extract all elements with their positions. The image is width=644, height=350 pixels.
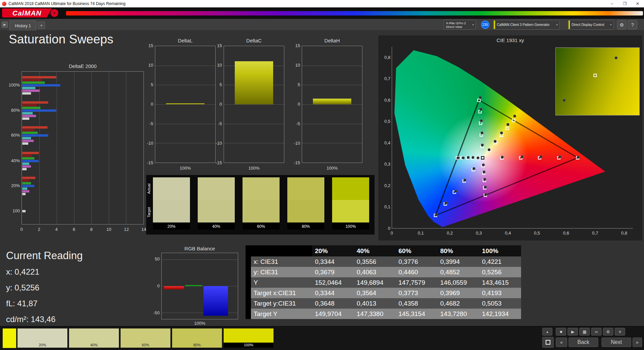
deltaL-gridline xyxy=(155,85,215,85)
cie-measured-marker xyxy=(488,148,491,151)
deltae-gridline xyxy=(91,72,92,224)
reading-fl: fL: 41,87 xyxy=(6,299,83,308)
deltaC-y-tick: -10 xyxy=(210,141,222,146)
deltal-plot-area xyxy=(155,46,216,163)
actual-row-label: Actual xyxy=(147,177,152,201)
deltae-bar xyxy=(22,140,34,142)
cie-inset-marker xyxy=(614,57,617,60)
deltae-bar xyxy=(22,185,34,187)
maximize-button[interactable]: ❐ xyxy=(618,0,631,7)
chevron-down-icon: ▼ xyxy=(471,24,476,26)
control-icon-button[interactable]: ≡ xyxy=(615,328,625,336)
skip-back-icon[interactable]: « xyxy=(556,338,567,347)
deltae-gridline xyxy=(126,72,126,224)
patch-button-40%[interactable]: 40% xyxy=(69,328,119,348)
help-icon[interactable]: ? xyxy=(628,20,637,29)
tab-history-1[interactable]: History 1 xyxy=(9,21,36,31)
control-icon-button[interactable]: ▦ xyxy=(579,328,590,336)
cie-measured-marker xyxy=(577,155,580,159)
display-control-selector[interactable]: Direct Display Control ▼ xyxy=(568,20,614,30)
patch-button-100%[interactable]: 100% xyxy=(224,328,273,348)
rgb-y-tick: 0 xyxy=(149,283,160,288)
brand-bar: CalMAN ▼ xyxy=(0,7,644,19)
deltae-bar-group xyxy=(22,126,48,145)
cie-measured-marker xyxy=(479,96,482,99)
minimize-button[interactable]: – xyxy=(606,0,618,7)
window-titlebar: CalMAN 2018 CalMAN Ultimate for Business… xyxy=(0,0,644,7)
rgb-balance-chart: RGB Balance 100% 500-50 xyxy=(149,246,243,326)
current-reading-panel: Current Reading x: 0,4221 y: 0,5256 fL: … xyxy=(6,250,83,330)
close-button[interactable]: ✕ xyxy=(631,0,644,7)
table-cell-value: 0,3648 xyxy=(312,298,354,309)
meter-status-badge[interactable]: 235 xyxy=(481,21,489,29)
deltaH-y-tick: 15 xyxy=(288,43,300,48)
pattern-generator-selector[interactable]: CalMAN Client 3 Pattern Generator ▼ xyxy=(493,20,560,30)
cie-y-tick: 0,6 xyxy=(379,98,390,103)
reading-x: x: 0,4221 xyxy=(6,267,83,277)
cie-x-tick: 0,2 xyxy=(447,231,453,236)
deltae-bar xyxy=(22,126,47,129)
patch-button-20%[interactable]: 20% xyxy=(18,328,67,348)
table-row-label: Target y:CIE31 xyxy=(251,298,312,309)
swatch-column: 60% xyxy=(243,177,280,230)
table-cell-value: 0,5053 xyxy=(479,298,521,309)
patch-label: 80% xyxy=(172,343,222,347)
deltac-x-label: 100% xyxy=(224,166,284,171)
deltaC-y-tick: -5 xyxy=(210,121,222,126)
skip-forward-icon[interactable]: » xyxy=(633,338,642,347)
deltaC-y-tick: -15 xyxy=(210,160,222,165)
deltae-bar xyxy=(22,187,27,190)
table-column-header: 60% xyxy=(396,245,438,256)
meter-selector[interactable]: X-Rite i1Pro 2 Direct View ▼ xyxy=(444,20,476,30)
table-row-strip xyxy=(246,256,251,267)
cie-measured-marker xyxy=(494,140,497,143)
cie-measured-marker xyxy=(484,193,487,196)
deltaC-y-tick: 10 xyxy=(210,63,222,68)
table-cell-value: 0,3344 xyxy=(312,288,354,298)
patch-button-60%[interactable]: 60% xyxy=(121,328,170,348)
control-icon-button[interactable]: ∞ xyxy=(591,328,602,336)
reading-y: y: 0,5256 xyxy=(6,283,83,292)
control-icon-button[interactable]: ▶ xyxy=(568,328,578,336)
control-icon-button[interactable]: ⚙ xyxy=(603,328,613,336)
pattern-window-button[interactable] xyxy=(542,337,554,348)
actual-swatch xyxy=(153,177,190,200)
rgb-bar-blue xyxy=(203,286,228,316)
deltae-bar xyxy=(22,168,27,170)
target-swatch xyxy=(198,200,235,222)
table-column-header: 100% xyxy=(479,245,521,256)
table-row-strip xyxy=(246,309,251,319)
deltaC-y-tick: 0 xyxy=(210,102,222,107)
cie-measured-marker xyxy=(481,131,484,134)
deltae-bar xyxy=(22,117,29,120)
cie-x-tick: 0 xyxy=(390,231,393,236)
rgb-balance-title: RGB Balance xyxy=(161,246,238,251)
display-control-accent xyxy=(569,21,570,29)
actual-swatch xyxy=(198,177,235,200)
cie-target-marker xyxy=(506,127,509,130)
table-cell-value: 142,1934 xyxy=(479,309,521,319)
panel-collapse-icon[interactable]: ▶ xyxy=(2,22,8,28)
cie-x-tick: 0,1 xyxy=(418,231,424,236)
deltae-y-tick: 100 xyxy=(8,208,20,213)
raise-window-icon[interactable]: ▲ xyxy=(542,328,552,336)
patch-button-80%[interactable]: 80% xyxy=(172,328,222,348)
cie-measured-marker xyxy=(454,190,457,193)
add-tab-button[interactable]: + xyxy=(38,22,45,29)
deltae-y-tick: 60% xyxy=(8,133,20,138)
cie-chart-title: CIE 1931 xy xyxy=(378,37,642,43)
settings-gear-icon[interactable]: ⚙ xyxy=(617,20,626,29)
control-icon-button[interactable]: ■ xyxy=(556,328,566,336)
deltaH-y-tick: 10 xyxy=(288,63,300,68)
logo-dropdown-icon[interactable]: ▼ xyxy=(51,9,58,17)
table-row-label: x: CIE31 xyxy=(251,256,312,267)
deltaH-gridline xyxy=(302,124,362,124)
table-cell-value: 0,3969 xyxy=(438,288,479,298)
deltaC-bar xyxy=(235,61,273,104)
table-cell-value: 0,3773 xyxy=(396,288,438,298)
actual-target-swatch-panel: Actual Target 20%40%60%80%100% xyxy=(146,175,375,235)
back-button[interactable]: Back xyxy=(569,338,598,347)
table-cell-value: 147,7579 xyxy=(396,277,438,288)
next-button[interactable]: Next xyxy=(602,338,631,347)
deltae-bar xyxy=(22,157,34,160)
